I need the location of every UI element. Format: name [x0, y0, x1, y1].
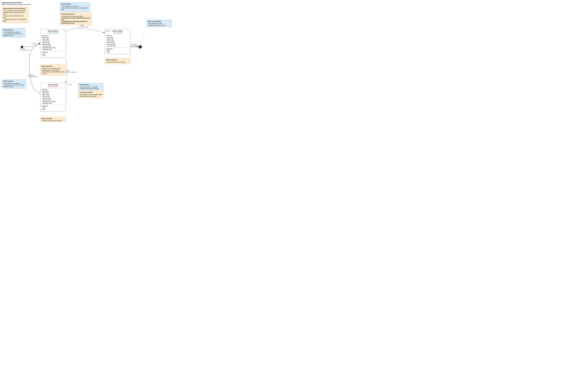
state-agreed-status: Status: AGREED: [106, 32, 129, 34]
sc-agreed-list: All shown fields must be complete.: [106, 61, 129, 63]
flow-constraints-agree-title: Flow Constraints: [61, 3, 89, 5]
status-constraints-agreed-box: Status Constraints All shown fields must…: [105, 58, 130, 64]
flow-constraints-reject-title: Flow Constraints: [79, 84, 102, 86]
fcp-item-2: if the proposer is the buyer, check avai…: [3, 33, 24, 36]
fcr-dashed: [26, 83, 29, 85]
uc-item-2: proposper must be either the buyer or se…: [3, 12, 27, 15]
fcr-item-2: if the proposer is the buyer, check the …: [3, 84, 25, 88]
flow-constraints-propose-box: Flow Constraints Flow initiated by the p…: [2, 28, 25, 37]
state-rejected-status: Status: REJECTED: [42, 86, 65, 88]
flow-constraints-agree-box: Flow Constraints Flow initiated by the c…: [60, 2, 90, 12]
reject-matched: 1 Matched: [67, 84, 72, 85]
universal-constraints-list: buyer and seller must be different Parti…: [3, 10, 27, 22]
flow-constraints-repropose-title: Flow Constraints: [3, 80, 25, 82]
complete-sc: (SC: input.seller ): [131, 46, 139, 47]
state-agreed-participants-label: Participants: [106, 48, 129, 50]
reject-arrow: [66, 58, 67, 83]
flow-constraints-reject-box: Flow Constraints Initiated by propser or…: [78, 83, 104, 91]
command-constraints-reject-list: No properties can change except, status,…: [79, 94, 102, 97]
agree-sc: (SC: input.consenter): [78, 26, 88, 28]
state-agreed-participants: buyer seller: [106, 50, 129, 53]
page-subtitle: (AgreementState belongs to AgreementCont…: [2, 4, 31, 5]
flc-dashed: [140, 26, 146, 45]
state-rejected-box: AgreementState Status: REJECTED Properti…: [40, 83, 66, 112]
state-rejected-props-label: Properties:: [42, 89, 65, 91]
complete-label: 1 Complete: [131, 44, 137, 45]
flow-level-constraints-title: Flow Level Constraints: [148, 21, 171, 22]
ccrj-item-1: No properties can change except, status,…: [79, 94, 102, 97]
propose-sc: (SC: output.proposer ): [19, 49, 30, 51]
state-rejected-participants: buyer seller: [42, 107, 65, 110]
repropose-arrow: [29, 44, 40, 93]
sc-agreed-title: Status Constraints: [106, 59, 129, 61]
reject-label: Reject: [67, 70, 70, 71]
status-constraints-proposed-box: Status Constraints All fields must be co…: [40, 64, 66, 76]
state-rejected-name: AgreementState: [42, 84, 65, 86]
repropose-sc: (SC: output.proposer): [27, 76, 38, 77]
state-agreed-props: buyer: Party seller: Party goods: String…: [106, 37, 129, 47]
sc-proposed-title: Status Constraints: [42, 65, 65, 67]
repropose-label: Repropose: [28, 74, 34, 76]
command-constraints-reject-box: Command Constraints No properties can ch…: [78, 91, 104, 98]
state-proposed-participants: buyer seller: [42, 53, 65, 57]
page-title: Agreement Smart Contract: [2, 2, 22, 3]
sc-rejected-title: Status Constraints: [42, 118, 65, 120]
flow-constraints-repropose-box: Flow Constraints Flow initiated by the p…: [2, 79, 26, 89]
agree-arrow: [66, 28, 105, 33]
end-dot: [139, 46, 141, 48]
state-rejected-participants-label: Participants: [42, 105, 65, 107]
state-agreed-box: AgreementState Status: AGREED Properties…: [105, 29, 130, 54]
svg-text:1: 1: [39, 41, 40, 43]
fcrj-item-1: Initiated by propser or consenter.: [79, 86, 102, 88]
state-proposed-props: buyer: Party seller: Party goods: String…: [42, 37, 65, 50]
flow-level-constraints-list: Flow initiated by the seller Triggered b…: [148, 23, 171, 26]
flow-level-constraints-box: Flow Level Constraints Flow initiated by…: [146, 20, 172, 27]
state-proposed-props-label: Properties:: [42, 35, 65, 37]
state-agreed-props-label: Properties:: [106, 35, 129, 37]
fca-item-2: If the consenter is the buyer, check ava…: [61, 7, 89, 11]
fca-item-1: Flow initiated by the consenter.: [61, 5, 89, 7]
end-dot-ring: [139, 45, 142, 48]
svg-text:1: 1: [39, 93, 40, 95]
cca-item-2: Transaction must include a BillingState …: [61, 17, 91, 21]
command-constraints-reject-title: Command Constraints: [79, 92, 102, 93]
start-dot: [21, 46, 23, 48]
state-proposed-participants-label: Participants: [42, 51, 65, 53]
uc-item-4: consenter and proposer must be different…: [3, 19, 27, 22]
propose-label: Propose: [21, 48, 25, 49]
universal-constraints-title: AgreementState Universal Constraints: [3, 8, 27, 10]
propose-matched-label: 1 Matched: [31, 43, 36, 44]
cca-item-3: The BillingState must increment cumulati…: [61, 21, 91, 24]
fcp-item-1: Flow initiated by the proposer.: [3, 31, 24, 33]
state-agreed-name: AgreementState: [106, 30, 129, 32]
fcrj-item-2: Initiated by the party who will sign.: [79, 88, 102, 90]
uc-item-1: buyer and seller must be different Parti…: [3, 10, 27, 12]
state-proposed-name: AgreementState: [42, 30, 65, 32]
reject-sc: (SC: output.rejectedBy): [65, 71, 77, 73]
flow-constraints-repropose-list: Flow initiated by the proposer if the pr…: [3, 82, 25, 88]
flc-item-2: Triggered by dispatch of goods: [148, 24, 171, 26]
fcr-item-1: Flow initiated by the proposer: [3, 82, 25, 84]
sc-proposed-list: All fields must be complete except rejec…: [42, 68, 65, 74]
status-constraints-rejected-box: Status Constraints All fields must be co…: [40, 117, 66, 122]
flow-constraints-propose-list: Flow initiated by the proposer. if the p…: [3, 31, 24, 36]
propose-arrow: [23, 43, 40, 47]
flow-constraints-propose-title: Flow Constraints: [3, 29, 24, 31]
state-proposed-box: AgreementState Status: PROPOSED Properti…: [40, 29, 66, 58]
state-proposed-status: Status: PROPOSED: [42, 32, 65, 34]
universal-constraints-box: AgreementState Universal Constraints buy…: [2, 7, 29, 23]
cca-item-1: No properties can change except status: [61, 15, 91, 17]
command-constraints-agree-box: Command Constraints No properties can ch…: [60, 12, 92, 25]
flow-constraints-reject-list: Initiated by propser or consenter. Initi…: [79, 86, 102, 90]
state-rejected-props: buyer: Party seller: Party goods: String…: [42, 91, 65, 104]
flow-constraints-agree-list: Flow initiated by the consenter. If the …: [61, 5, 89, 11]
command-constraints-agree-title: Command Constraints: [61, 13, 91, 15]
sc-rejected-list: All fields must be complete including re…: [42, 120, 65, 122]
flc-item-1: Flow initiated by the seller: [148, 23, 171, 24]
uc-item-3: consenter must be either the buyer or se…: [3, 15, 27, 19]
command-constraints-agree-list: No properties can change except status T…: [61, 15, 91, 24]
